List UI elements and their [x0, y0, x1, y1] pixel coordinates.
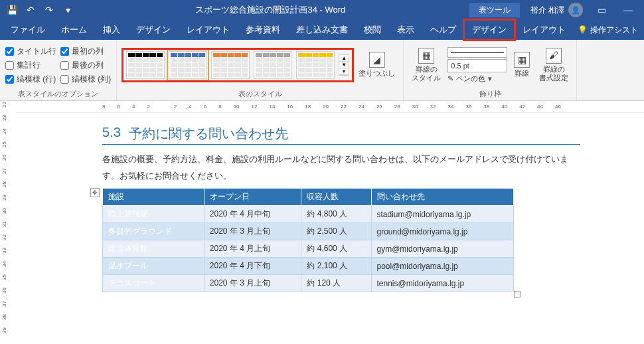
title-bar: 💾 ↶ ↷ ▾ スポーツ総合施設の開設計画34 - Word 表ツール 裕介 相…	[0, 0, 644, 20]
table-cell[interactable]: 2020 年 3 月上旬	[204, 223, 301, 240]
group-label-style-options: 表スタイルのオプション	[5, 88, 111, 99]
paint-bucket-icon: ◢	[369, 52, 385, 68]
tab-file[interactable]: ファイル	[3, 20, 53, 40]
styleopt-left-0[interactable]: タイトル行	[5, 45, 56, 58]
tell-me-label[interactable]: 操作アシスト	[590, 25, 638, 36]
table-style-1[interactable]	[169, 51, 207, 79]
table-cell[interactable]: 2020 年 4 月下旬	[204, 258, 301, 275]
section-number: 5.3	[102, 125, 121, 143]
gallery-scroll[interactable]: ▲▼▾	[339, 54, 349, 76]
table-cell[interactable]: テニスコート	[103, 275, 204, 292]
pen-icon: ✎	[447, 74, 453, 83]
section-title: 予約に関する問い合わせ先	[129, 125, 288, 143]
table-cell[interactable]: 約 4,800 人	[301, 206, 371, 223]
page-content[interactable]: 5.3 予約に関する問い合わせ先 各施設の概要、予約方法、料金、施設の利用ルール…	[102, 116, 580, 298]
table-cell[interactable]: 約 2,500 人	[301, 223, 371, 240]
borders-button[interactable]: ▦ 罫線	[511, 50, 532, 79]
qat-customize-icon[interactable]: ▾	[58, 1, 77, 19]
border-painter-button[interactable]: 🖌 罫線の 書式設定	[536, 46, 571, 84]
table-cell[interactable]: ground@midoriyama.lg.jp	[371, 223, 514, 240]
data-table[interactable]: 施設オープン日収容人数問い合わせ先 陸上競技場2020 年 4 月中旬約 4,8…	[102, 188, 514, 292]
table-cell[interactable]: gym@midoriyama.lg.jp	[371, 240, 514, 258]
table-cell[interactable]: 2020 年 3 月上旬	[204, 275, 301, 292]
table-header[interactable]: オープン日	[204, 189, 301, 206]
lightbulb-icon: 💡	[578, 25, 588, 35]
table-header[interactable]: 施設	[103, 189, 204, 206]
painter-icon: 🖌	[546, 48, 562, 64]
table-row[interactable]: 多目的グラウンド2020 年 3 月上旬約 2,500 人ground@mido…	[103, 223, 514, 240]
table-style-3[interactable]	[254, 51, 292, 79]
styleopt-left-1[interactable]: 集計行	[5, 59, 56, 72]
table-cell[interactable]: 2020 年 4 月上旬	[204, 240, 301, 258]
table-header[interactable]: 収容人数	[301, 189, 371, 206]
window-title: スポーツ総合施設の開設計画34 - Word	[77, 4, 464, 16]
table-styles-gallery[interactable]: ▲▼▾	[123, 50, 352, 80]
table-row[interactable]: 陸上競技場2020 年 4 月中旬約 4,800 人stadium@midori…	[103, 206, 514, 223]
table-cell[interactable]: 約 2,100 人	[301, 258, 371, 275]
tab-table-design[interactable]: デザイン	[464, 20, 515, 40]
redo-icon[interactable]: ↷	[40, 1, 58, 19]
styleopt-right-2[interactable]: 縞模様 (列)	[60, 73, 111, 86]
table-cell[interactable]: 約 120 人	[301, 275, 371, 292]
table-style-0[interactable]	[126, 51, 165, 79]
group-label-borders: 飾り枠	[409, 88, 571, 99]
styleopt-left-2[interactable]: 縞模様 (行)	[5, 73, 56, 86]
table-row[interactable]: 総合体育館2020 年 4 月上旬約 4,600 人gym@midoriyama…	[103, 240, 514, 258]
tab-insert[interactable]: 挿入	[95, 20, 128, 40]
table-style-4[interactable]	[296, 51, 335, 79]
table-cell[interactable]: 多目的グラウンド	[103, 223, 204, 240]
ribbon-options-icon[interactable]: ▭	[588, 5, 615, 15]
pen-color-button[interactable]: ✎ペンの色▾	[447, 74, 507, 84]
horizontal-ruler[interactable]: 8642246810121416182022242628303234363840…	[16, 101, 644, 113]
tab-help[interactable]: ヘルプ	[422, 20, 464, 40]
pen-style-dropdown[interactable]	[447, 47, 507, 58]
group-label-table-styles: 表のスタイル	[122, 88, 398, 99]
ribbon-tabs: ファイル ホーム 挿入 デザイン レイアウト 参考資料 差し込み文書 校閲 表示…	[0, 20, 644, 40]
user-avatar-icon[interactable]: 👤	[568, 3, 583, 17]
table-cell[interactable]: 温水プール	[103, 258, 204, 275]
table-cell[interactable]: stadium@midoriyama.lg.jp	[371, 206, 514, 223]
pen-weight-dropdown[interactable]: 0.5 pt	[447, 59, 507, 72]
document-area: 222324252627282930313233343536373839 864…	[0, 101, 644, 344]
heading[interactable]: 5.3 予約に関する問い合わせ先	[102, 116, 580, 145]
borders-icon: ▦	[514, 52, 530, 68]
table-cell[interactable]: 総合体育館	[103, 240, 204, 258]
table-cell[interactable]: pool@midoriyama.lg.jp	[371, 258, 514, 275]
styleopt-right-1[interactable]: 最後の列	[60, 59, 111, 72]
tab-home[interactable]: ホーム	[53, 20, 95, 40]
tab-table-layout[interactable]: レイアウト	[515, 20, 574, 40]
table-cell[interactable]: tennis@midoriyama.lg.jp	[371, 275, 514, 292]
table-cell[interactable]: 2020 年 4 月中旬	[204, 206, 301, 223]
styleopt-right-0[interactable]: 最初の列	[60, 45, 111, 58]
table-row[interactable]: 温水プール2020 年 4 月下旬約 2,100 人pool@midoriyam…	[103, 258, 514, 275]
table-move-handle-icon[interactable]: ✥	[90, 188, 100, 197]
paragraph[interactable]: 各施設の概要、予約方法、料金、施設の利用ルールなどに関する問い合わせは、以下のメ…	[102, 145, 580, 188]
border-style-icon: ▦	[418, 48, 434, 64]
minimize-icon[interactable]: ―	[615, 5, 641, 15]
shading-button[interactable]: ◢ 塗りつぶし	[356, 50, 398, 79]
table-resize-handle-icon[interactable]	[514, 291, 521, 298]
save-icon[interactable]: 💾	[3, 1, 21, 19]
user-name: 裕介 相澤	[530, 5, 564, 16]
vertical-ruler[interactable]: 222324252627282930313233343536373839	[0, 101, 16, 344]
tab-view[interactable]: 表示	[389, 20, 422, 40]
table-cell[interactable]: 約 4,600 人	[301, 240, 371, 258]
tab-references[interactable]: 参考資料	[238, 20, 288, 40]
contextual-tab-label: 表ツール	[469, 3, 520, 17]
ribbon: タイトル行集計行縞模様 (行) 最初の列最後の列縞模様 (列) 表スタイルのオプ…	[0, 40, 644, 101]
tab-mailings[interactable]: 差し込み文書	[288, 20, 356, 40]
border-styles-button[interactable]: ▦ 罫線の スタイル	[409, 46, 443, 84]
table-header[interactable]: 問い合わせ先	[371, 189, 514, 206]
tab-layout[interactable]: レイアウト	[179, 20, 238, 40]
table-row[interactable]: テニスコート2020 年 3 月上旬約 120 人tennis@midoriya…	[103, 275, 514, 292]
table-style-2[interactable]	[211, 51, 250, 79]
tab-design[interactable]: デザイン	[128, 20, 179, 40]
undo-icon[interactable]: ↶	[21, 1, 40, 19]
tab-review[interactable]: 校閲	[356, 20, 389, 40]
table-cell[interactable]: 陸上競技場	[103, 206, 204, 223]
